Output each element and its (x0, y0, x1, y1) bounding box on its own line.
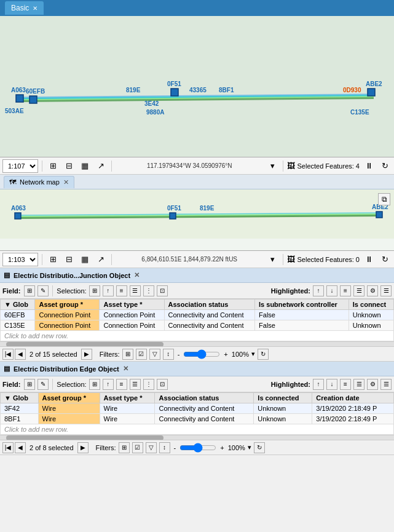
table1-scrollbar[interactable] (0, 341, 394, 346)
t2-nav-next[interactable]: ▶ (77, 442, 89, 453)
t1-filter-btn3[interactable]: ▽ (149, 349, 160, 360)
col-isconnected-2[interactable]: Is connected (254, 393, 312, 403)
network-map-tab[interactable]: 🗺 Network map ✕ (4, 176, 74, 188)
col-isconnect-1[interactable]: Is connect (349, 300, 393, 310)
t2-menu[interactable]: ☰ (380, 379, 392, 390)
t2-zoom-slider[interactable] (179, 443, 216, 453)
toolbar-btn-2[interactable]: ⊟ (62, 159, 76, 173)
netmap-coord-dropdown[interactable]: ▾ (266, 253, 279, 266)
add-row-label-2[interactable]: Click to add new row. (1, 424, 394, 435)
t1-filter-btn2[interactable]: ☑ (136, 349, 147, 360)
add-row-1[interactable]: Click to add new row. (1, 331, 394, 341)
t1-settings[interactable]: ⚙ (367, 285, 378, 296)
netmap-btn-4[interactable]: ↗ (94, 253, 108, 266)
main-tab[interactable]: Basic ✕ (5, 1, 44, 15)
t1-menu[interactable]: ☰ (380, 285, 392, 296)
table2-selection-label: Selection: (57, 381, 86, 388)
t2-filter-btn3[interactable]: ▽ (146, 442, 157, 453)
add-row-label-1[interactable]: Click to add new row. (1, 331, 394, 341)
netmap-btn-1[interactable]: ⊞ (46, 253, 60, 266)
t2-nav-prev[interactable]: ◀ (15, 442, 26, 453)
t1-hi-btn2[interactable]: ↓ (326, 285, 337, 296)
table-row[interactable]: C135E Connection Point Connection Point … (1, 320, 394, 331)
coord-dropdown[interactable]: ▾ (266, 159, 279, 173)
table-row[interactable]: 3F42 Wire Wire Connectivity and Content … (1, 403, 394, 414)
t1-filter-btn1[interactable]: ⊞ (122, 349, 133, 360)
t2-sel-btn4[interactable]: ☰ (130, 379, 141, 390)
col-creationdate-2[interactable]: Creation date (312, 393, 394, 403)
t2-hi-btn4[interactable]: ☰ (353, 379, 364, 390)
t1-sel-btn3[interactable]: ≡ (116, 285, 127, 296)
table-row[interactable]: 8BF1 Wire Wire Connectivity and Content … (1, 414, 394, 424)
col-glob-1[interactable]: ▼ Glob (1, 300, 35, 310)
t2-hi-btn3[interactable]: ≡ (340, 379, 351, 390)
col-assetgroup-2[interactable]: Asset group * (38, 393, 100, 403)
pause-btn[interactable]: ⏸ (362, 159, 376, 173)
netmap-pause-btn[interactable]: ⏸ (362, 253, 376, 266)
table1-field-btn2[interactable]: ✎ (37, 285, 49, 296)
t1-filter-btn4[interactable]: ↕ (163, 349, 174, 360)
col-subnetwork-1[interactable]: Is subnetwork controller (255, 300, 349, 310)
table-row[interactable]: 60EFB Connection Point Connection Point … (1, 310, 394, 320)
screenshot-btn[interactable]: ⧉ (378, 193, 390, 205)
t1-sel-btn4[interactable]: ☰ (130, 285, 141, 296)
t1-hi-btn1[interactable]: ↑ (313, 285, 324, 296)
main-map-toolbar: 1:107 ⊞ ⊟ ▦ ↗ 117.1979434°W 34.0590976°N… (0, 157, 394, 175)
t1-nav-first[interactable]: |◀ (2, 349, 14, 360)
netmap-btn-2[interactable]: ⊟ (62, 253, 76, 266)
table2-field-btn1[interactable]: ⊞ (24, 379, 35, 390)
col-assocstatus-2[interactable]: Association status (155, 393, 254, 403)
refresh-btn[interactable]: ↻ (378, 159, 392, 173)
network-map-close[interactable]: ✕ (63, 178, 69, 186)
table2-close[interactable]: ✕ (123, 365, 128, 373)
col-glob-2[interactable]: ▼ Glob (1, 393, 39, 403)
t2-settings[interactable]: ⚙ (367, 379, 378, 390)
t2-sel-btn3[interactable]: ≡ (116, 379, 127, 390)
t2-status-refresh[interactable]: ↻ (254, 442, 265, 453)
table2-scroll[interactable]: ▼ Glob Asset group * Asset type * Associ… (0, 392, 394, 435)
t1-hi-btn3[interactable]: ≡ (340, 285, 351, 296)
toolbar-btn-3[interactable]: ▦ (78, 159, 92, 173)
t2-hi-btn2[interactable]: ↓ (326, 379, 337, 390)
t2-sel-btn5[interactable]: ⋮ (143, 379, 154, 390)
toolbar-btn-4[interactable]: ↗ (94, 159, 108, 173)
netmap-refresh-btn[interactable]: ↻ (378, 253, 392, 266)
network-map-canvas[interactable]: A063 0F51 819E ABE2 ⧉ (0, 189, 394, 251)
main-map[interactable]: A063 60EFB 503AE 819E 3E42 0F51 43365 98… (0, 16, 394, 157)
t2-zoom-dropdown[interactable]: ▾ (248, 443, 251, 451)
t1-nav-next[interactable]: ▶ (81, 349, 92, 360)
table2-field-btn2[interactable]: ✎ (37, 379, 49, 390)
table2-scrollbar[interactable] (0, 435, 394, 440)
t1-hi-btn4[interactable]: ☰ (353, 285, 364, 296)
t1-sel-btn2[interactable]: ↑ (103, 285, 114, 296)
t2-hi-btn1[interactable]: ↑ (313, 379, 324, 390)
toolbar-btn-1[interactable]: ⊞ (46, 159, 60, 173)
t1-sel-btn5[interactable]: ⋮ (143, 285, 154, 296)
t1-zoom-slider[interactable] (183, 349, 220, 359)
t1-nav-prev[interactable]: ◀ (15, 349, 26, 360)
t1-zoom-dropdown[interactable]: ▾ (251, 350, 255, 358)
cell-assettype: Wire (100, 414, 155, 424)
table1-field-btn1[interactable]: ⊞ (24, 285, 35, 296)
tab-close-icon[interactable]: ✕ (33, 5, 37, 12)
t2-filter-btn2[interactable]: ☑ (132, 442, 143, 453)
zoom-select[interactable]: 1:107 (2, 159, 38, 173)
t2-sel-btn2[interactable]: ↑ (103, 379, 114, 390)
netmap-btn-3[interactable]: ▦ (78, 253, 92, 266)
col-assocstatus-1[interactable]: Association status (164, 300, 255, 310)
add-row-2[interactable]: Click to add new row. (1, 424, 394, 435)
table1-scroll[interactable]: ▼ Glob Asset group * Asset type * Associ… (0, 299, 394, 341)
t2-nav-first[interactable]: |◀ (2, 442, 14, 453)
t2-filter-btn1[interactable]: ⊞ (119, 442, 130, 453)
t1-status-refresh[interactable]: ↻ (258, 349, 269, 360)
netmap-zoom-select[interactable]: 1:103 (2, 253, 38, 266)
col-assettype-2[interactable]: Asset type * (100, 393, 155, 403)
t1-sel-btn6[interactable]: ⊡ (157, 285, 168, 296)
table1-close[interactable]: ✕ (134, 271, 140, 279)
t2-sel-btn1[interactable]: ⊞ (89, 379, 100, 390)
col-assetgroup-1[interactable]: Asset group * (35, 300, 100, 310)
t2-sel-btn6[interactable]: ⊡ (157, 379, 168, 390)
t1-sel-btn1[interactable]: ⊞ (89, 285, 100, 296)
t2-filter-btn4[interactable]: ↕ (159, 442, 170, 453)
col-assettype-1[interactable]: Asset type * (100, 300, 164, 310)
